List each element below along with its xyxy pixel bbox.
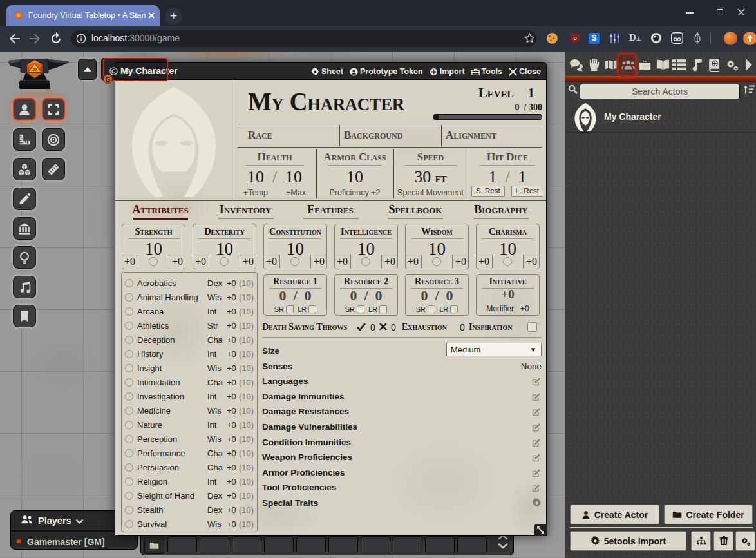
svg-text:20: 20 <box>33 68 37 72</box>
svg-text:U: U <box>573 35 576 41</box>
